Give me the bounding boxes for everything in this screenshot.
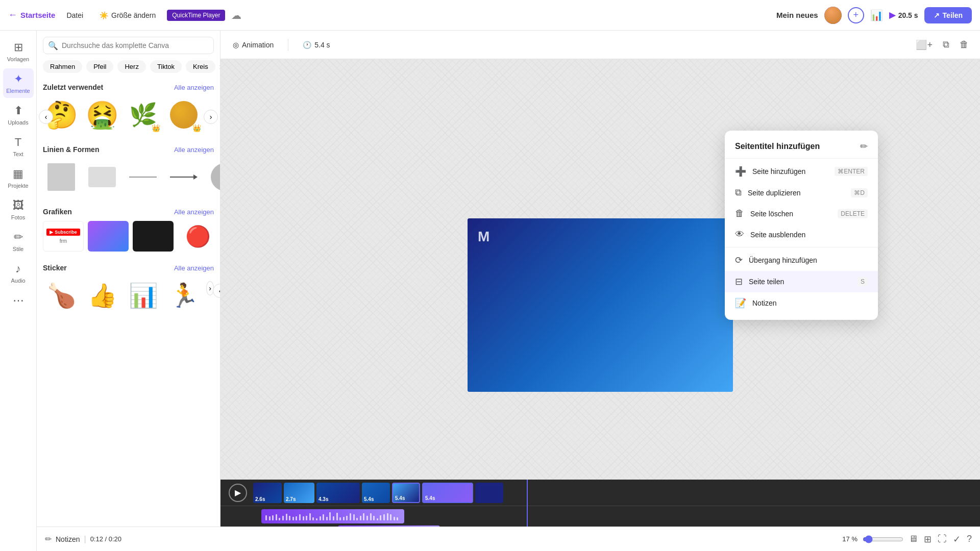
sidebar-item-more[interactable]: ⋯ — [3, 290, 34, 311]
menu-label-teilen: Seite teilen — [749, 278, 784, 286]
cloud-icon[interactable]: ☁ — [231, 9, 241, 21]
graphic-gradient[interactable] — [88, 221, 129, 252]
menu-item-seite-hinzufuegen[interactable]: ➕ Seite hinzufügen ⌘ENTER — [725, 161, 878, 182]
check-icon[interactable]: ✓ — [953, 534, 961, 545]
recent-arrow-right[interactable]: › — [204, 110, 218, 124]
toolbar-right: ⬜+ ⧉ 🗑 — [913, 37, 972, 53]
graphic-subscribe[interactable]: ▶ Subscribe frm — [43, 221, 84, 252]
chip-tiktok[interactable]: Tiktok — [150, 60, 182, 73]
zoom-slider[interactable] — [863, 535, 903, 543]
duration-toolbar-button[interactable]: 🕐 5.4 s — [299, 38, 334, 52]
shape-arrow[interactable] — [165, 159, 202, 195]
slide-thumb-5-active[interactable]: 5.4s — [392, 483, 420, 503]
animation-label: Animation — [242, 41, 274, 49]
chip-rahmen[interactable]: Rahmen — [43, 60, 82, 73]
duplicate-icon: ⧉ — [735, 187, 742, 198]
monitor-icon[interactable]: 🖥 — [909, 534, 918, 544]
sidebar-item-uploads[interactable]: ⬆ Uploads — [3, 100, 34, 130]
menu-item-seite-teilen[interactable]: ⊟ Seite teilen S — [725, 271, 878, 292]
chips-row: Rahmen Pfeil Herz Tiktok Kreis › — [37, 60, 220, 77]
graphic-red-arrow[interactable]: 🔴 — [178, 221, 218, 252]
canvas-content[interactable]: M Seitentitel hinzufügen ✏ ➕ Seite hinzu… — [220, 59, 980, 551]
add-profile-button[interactable]: + — [848, 7, 864, 23]
sticker-chart[interactable]: 📊 — [125, 277, 161, 314]
emoji-yawning[interactable]: 🤮 — [84, 96, 120, 133]
timeline-slides: 2.6s 2.7s 4.3s 5.4s — [253, 483, 972, 503]
graphics-see-all[interactable]: Alle anzeigen — [174, 208, 214, 216]
sticker-header: Sticker Alle anzeigen — [37, 258, 220, 275]
delete-icon-button[interactable]: 🗑 — [957, 37, 972, 53]
shape-line[interactable] — [125, 159, 161, 195]
shortcut-s: S — [857, 277, 868, 286]
slide-thumb-1[interactable]: 2.6s — [253, 483, 282, 503]
menu-item-seite-loeschen[interactable]: 🗑 Seite löschen DELETE — [725, 203, 878, 224]
sticker-running[interactable]: 🏃 — [165, 277, 202, 314]
sidebar-item-stile[interactable]: ✏ Stile — [3, 227, 34, 256]
sidebar-item-text[interactable]: T Text — [3, 132, 34, 161]
audio-wave-1 — [265, 512, 400, 520]
back-button[interactable]: ← Startseite — [8, 10, 55, 20]
datei-button[interactable]: Datei — [61, 8, 88, 22]
sidebar-item-vorlagen[interactable]: ⊞ Vorlagen — [3, 37, 34, 66]
topbar-left: ← Startseite Datei ☀️ Größe ändern Quick… — [8, 8, 770, 22]
duration-button[interactable]: ▶ 20.5 s — [889, 10, 918, 20]
edit-pencil-icon[interactable]: ✏ — [860, 141, 868, 152]
shape-rect[interactable] — [84, 159, 120, 195]
notes-label-status[interactable]: Notizen — [56, 535, 80, 543]
menu-item-notizen[interactable]: 📝 Notizen — [725, 292, 878, 314]
sticker-thumbs-up[interactable]: 👍 — [84, 277, 120, 314]
slide-thumb-4[interactable]: 5.4s — [362, 483, 390, 503]
grid-icon[interactable]: ⊞ — [924, 534, 932, 545]
copy-icon-button[interactable]: ⧉ — [940, 37, 952, 53]
project-title: Mein neues — [776, 11, 818, 19]
vorlagen-label: Vorlagen — [7, 56, 29, 62]
chips-arrow-right[interactable]: › — [219, 62, 220, 71]
zoom-area: 17 % 🖥 ⊞ ⛶ ✓ ? — [842, 534, 972, 545]
shape-square[interactable] — [43, 159, 80, 195]
sidebar-item-elemente[interactable]: ✦ Elemente — [3, 68, 34, 98]
share-button[interactable]: ↗ Teilen — [924, 7, 972, 23]
sidebar-item-audio[interactable]: ♪ Audio — [3, 258, 34, 288]
graphic-black[interactable] — [133, 221, 174, 252]
menu-item-left-5: ⟳ Übergang hinzufügen — [735, 255, 817, 266]
recently-used-see-all[interactable]: Alle anzeigen — [174, 84, 214, 91]
chip-herz[interactable]: Herz — [117, 60, 145, 73]
sticker-turkey[interactable]: 🍗 — [43, 277, 80, 314]
chip-pfeil[interactable]: Pfeil — [86, 60, 113, 73]
time-display-status: 0:12 / 0:20 — [90, 535, 121, 543]
add-page-icon-button[interactable]: ⬜+ — [913, 37, 936, 53]
sidebar-item-fotos[interactable]: 🖼 Fotos — [3, 195, 34, 224]
menu-item-uebergang[interactable]: ⟳ Übergang hinzufügen — [725, 249, 878, 271]
avatar[interactable] — [824, 7, 842, 24]
lines-see-all[interactable]: Alle anzeigen — [174, 146, 214, 154]
audio-track-1[interactable] — [261, 509, 404, 523]
fullscreen-icon[interactable]: ⛶ — [938, 534, 947, 544]
slide-thumb-3[interactable]: 4.3s — [316, 483, 360, 503]
notes-icon-status[interactable]: ✏ — [45, 534, 52, 544]
shape-circle[interactable] — [206, 159, 220, 195]
slide-thumb-2[interactable]: 2.7s — [284, 483, 314, 503]
recent-arrow-left[interactable]: ‹ — [39, 110, 53, 124]
search-input[interactable] — [43, 37, 214, 54]
slide-thumb-7-inner — [475, 483, 503, 503]
sidebar-item-projekte[interactable]: ▦ Projekte — [3, 163, 34, 193]
main-layout: ⊞ Vorlagen ✦ Elemente ⬆ Uploads T Text ▦… — [0, 31, 980, 551]
slide-thumb-6-current[interactable]: 5.4s — [422, 483, 473, 503]
status-icons: 🖥 ⊞ ⛶ ✓ ? — [909, 534, 972, 545]
animation-icon: ◎ — [233, 41, 239, 49]
chip-kreis[interactable]: Kreis — [186, 60, 215, 73]
play-button[interactable]: ▶ — [229, 484, 247, 502]
menu-item-seite-ausblenden[interactable]: 👁 Seite ausblenden — [725, 224, 878, 245]
animation-button[interactable]: ◎ Animation — [229, 38, 278, 52]
emoji-crown-plant[interactable]: 🌿 👑 — [125, 96, 161, 133]
help-icon[interactable]: ? — [967, 534, 972, 544]
groesse-button[interactable]: ☀️ Größe ändern — [94, 8, 161, 22]
menu-label-ausblenden: Seite ausblenden — [750, 231, 805, 239]
emoji-crown-sphere[interactable]: 👑 — [165, 96, 202, 133]
search-icon: 🔍 — [48, 41, 58, 51]
sticker-see-all[interactable]: Alle anzeigen — [174, 264, 214, 272]
stats-icon[interactable]: 📊 — [870, 9, 883, 21]
subscribe-button: ▶ Subscribe — [46, 229, 80, 236]
slide-thumb-7[interactable] — [475, 483, 503, 503]
menu-item-seite-duplizieren[interactable]: ⧉ Seite duplizieren ⌘D — [725, 182, 878, 203]
